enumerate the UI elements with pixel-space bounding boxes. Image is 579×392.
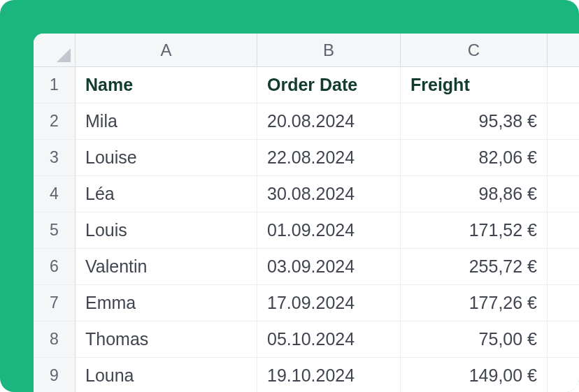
cell-a2[interactable]: Mila — [76, 103, 257, 140]
cell-b1[interactable]: Order Date — [257, 67, 401, 103]
cell-b3[interactable]: 22.08.2024 — [257, 140, 401, 176]
cell-d6[interactable] — [548, 249, 579, 285]
cell-a5[interactable]: Louis — [76, 212, 257, 249]
cell-a9[interactable]: Louna — [76, 358, 257, 392]
cell-c1[interactable]: Freight — [401, 67, 548, 103]
row-header[interactable]: 7 — [34, 285, 76, 321]
grid: A B C 1 Name Order Date Freight 2 Mila 2… — [34, 34, 579, 392]
cell-d8[interactable] — [548, 321, 579, 358]
cell-d4[interactable] — [548, 176, 579, 212]
row-header[interactable]: 6 — [34, 249, 76, 285]
cell-c4[interactable]: 98,86 € — [401, 176, 548, 212]
cell-c3[interactable]: 82,06 € — [401, 140, 548, 176]
cell-a4[interactable]: Léa — [76, 176, 257, 212]
spreadsheet[interactable]: A B C 1 Name Order Date Freight 2 Mila 2… — [34, 34, 579, 392]
cell-d3[interactable] — [548, 140, 579, 176]
cell-c7[interactable]: 177,26 € — [401, 285, 548, 321]
row-header[interactable]: 1 — [34, 67, 76, 103]
row-header[interactable]: 3 — [34, 140, 76, 176]
cell-d1[interactable] — [548, 67, 579, 103]
cell-c8[interactable]: 75,00 € — [401, 321, 548, 358]
cell-c9[interactable]: 149,00 € — [401, 358, 548, 392]
cell-d5[interactable] — [548, 212, 579, 249]
cell-b8[interactable]: 05.10.2024 — [257, 321, 401, 358]
cell-b4[interactable]: 30.08.2024 — [257, 176, 401, 212]
cell-c2[interactable]: 95,38 € — [401, 103, 548, 140]
cell-a1[interactable]: Name — [76, 67, 257, 103]
cell-d2[interactable] — [548, 103, 579, 140]
column-header-a[interactable]: A — [76, 34, 257, 67]
row-header[interactable]: 9 — [34, 358, 76, 392]
row-header[interactable]: 8 — [34, 321, 76, 358]
cell-a6[interactable]: Valentin — [76, 249, 257, 285]
cell-d9[interactable] — [548, 358, 579, 392]
column-header-d[interactable] — [548, 34, 579, 67]
cell-b7[interactable]: 17.09.2024 — [257, 285, 401, 321]
cell-c6[interactable]: 255,72 € — [401, 249, 548, 285]
cell-b9[interactable]: 19.10.2024 — [257, 358, 401, 392]
row-header[interactable]: 4 — [34, 176, 76, 212]
cell-a7[interactable]: Emma — [76, 285, 257, 321]
select-all-corner[interactable] — [34, 34, 76, 67]
row-header[interactable]: 2 — [34, 103, 76, 140]
cell-a3[interactable]: Louise — [76, 140, 257, 176]
app-frame: A B C 1 Name Order Date Freight 2 Mila 2… — [0, 0, 579, 392]
cell-a8[interactable]: Thomas — [76, 321, 257, 358]
cell-c5[interactable]: 171,52 € — [401, 212, 548, 249]
row-header[interactable]: 5 — [34, 212, 76, 249]
cell-b2[interactable]: 20.08.2024 — [257, 103, 401, 140]
column-header-b[interactable]: B — [257, 34, 401, 67]
cell-b6[interactable]: 03.09.2024 — [257, 249, 401, 285]
cell-b5[interactable]: 01.09.2024 — [257, 212, 401, 249]
cell-d7[interactable] — [548, 285, 579, 321]
column-header-c[interactable]: C — [401, 34, 548, 67]
